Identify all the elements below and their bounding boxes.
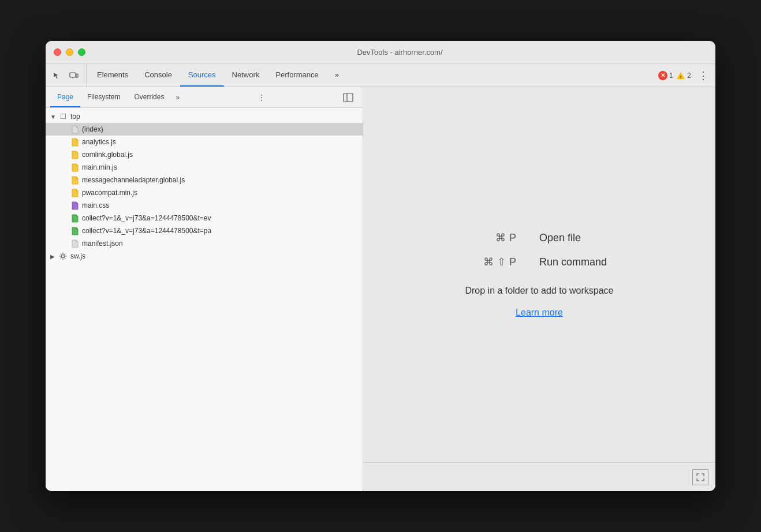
tree-label-mainjs: main.min.js — [82, 163, 117, 171]
shortcut-label-open: Open file — [539, 232, 632, 244]
file-icon-gray2 — [70, 239, 79, 248]
tab-console[interactable]: Console — [136, 64, 180, 87]
file-icon-yellow4 — [70, 175, 79, 185]
file-icon-green2 — [70, 226, 79, 235]
folder-icon: ☐ — [58, 112, 68, 121]
right-panel: ⌘ P Open file ⌘ ⇧ P Run command Drop in … — [363, 87, 715, 491]
expand-icon[interactable] — [692, 469, 708, 485]
tab-more[interactable]: » — [327, 64, 347, 87]
file-icon-green — [70, 213, 79, 223]
tree-item-mainjs[interactable]: main.min.js — [46, 161, 363, 174]
svg-rect-1 — [76, 74, 78, 77]
main-tab-bar: Elements Console Sources Network Perform… — [46, 64, 715, 87]
tab-elements[interactable]: Elements — [89, 64, 136, 87]
file-icon-yellow5 — [70, 188, 79, 197]
tree-label-pwacompat: pwacompat.min.js — [82, 189, 137, 197]
device-icon[interactable] — [66, 68, 81, 83]
right-panel-bottom — [363, 462, 715, 491]
file-icon-purple — [70, 201, 79, 210]
warn-icon: ! — [676, 72, 685, 80]
tree-item-comlink[interactable]: comlink.global.js — [46, 148, 363, 161]
svg-point-7 — [62, 255, 65, 258]
warn-badge: ! 2 — [676, 72, 691, 80]
file-icon-gray — [70, 125, 79, 134]
tree-label-maincss: main.css — [82, 201, 109, 209]
tab-performance[interactable]: Performance — [267, 64, 326, 87]
sub-tab-overrides[interactable]: Overrides — [127, 87, 171, 107]
chevron-down-icon: ▼ — [50, 114, 58, 120]
sub-tab-more[interactable]: » — [171, 87, 184, 107]
window-title: DevTools - airhorner.com/ — [92, 48, 707, 57]
cmd-symbol2: ⌘ — [483, 256, 494, 268]
main-content: Page Filesystem Overrides » ⋮ — [46, 87, 715, 491]
tree-item-pwacompat[interactable]: pwacompat.min.js — [46, 186, 363, 199]
tree-item-swjs[interactable]: ▶ sw.js — [46, 250, 363, 263]
tree-label-manifest: manifest.json — [82, 239, 123, 248]
minimize-button[interactable] — [66, 48, 73, 56]
tree-label-swjs: sw.js — [70, 252, 85, 260]
tree-label-analytics: analytics.js — [82, 138, 116, 146]
tree-item-index[interactable]: (index) — [46, 123, 363, 136]
p-key2: P — [509, 256, 516, 268]
tree-item-top[interactable]: ▼ ☐ top — [46, 110, 363, 123]
tree-item-maincss[interactable]: main.css — [46, 199, 363, 212]
kebab-menu-icon[interactable]: ⋮ — [695, 68, 712, 83]
left-panel: Page Filesystem Overrides » ⋮ — [46, 87, 363, 491]
error-badge: ✕ 1 — [658, 71, 673, 80]
close-button[interactable] — [54, 48, 61, 56]
svg-rect-0 — [70, 73, 76, 77]
learn-more-link[interactable]: Learn more — [516, 308, 563, 318]
sub-tab-actions: ⋮ — [255, 87, 268, 107]
tree-label-index: (index) — [82, 125, 103, 133]
tree-item-mca[interactable]: messagechanneladapter.global.js — [46, 174, 363, 186]
tab-bar-right: ✕ 1 ! 2 ⋮ — [658, 64, 712, 87]
file-icon-yellow3 — [70, 163, 79, 172]
file-icon-yellow2 — [70, 150, 79, 159]
svg-rect-5 — [344, 93, 353, 102]
tab-network[interactable]: Network — [224, 64, 268, 87]
shift-symbol: ⇧ — [497, 256, 506, 268]
error-icon: ✕ — [658, 71, 667, 80]
tree-label-comlink: comlink.global.js — [82, 151, 133, 159]
tree-label-mca: messagechanneladapter.global.js — [82, 176, 185, 184]
right-panel-content: ⌘ P Open file ⌘ ⇧ P Run command Drop in … — [363, 87, 715, 462]
tab-bar-icons — [49, 64, 87, 87]
tree-item-analytics[interactable]: analytics.js — [46, 136, 363, 148]
title-bar: DevTools - airhorner.com/ — [46, 41, 715, 64]
tree-label-top: top — [70, 113, 80, 121]
sub-tab-page[interactable]: Page — [50, 87, 80, 107]
tree-item-collect-pa[interactable]: collect?v=1&_v=j73&a=1244478500&t=pa — [46, 224, 363, 237]
sub-tab-filesystem[interactable]: Filesystem — [80, 87, 127, 107]
svg-text:!: ! — [680, 74, 682, 79]
tree-item-manifest[interactable]: manifest.json — [46, 237, 363, 250]
traffic-lights — [54, 48, 85, 56]
p-key: P — [509, 232, 516, 244]
tree-label-collect-pa: collect?v=1&_v=j73&a=1244478500&t=pa — [82, 227, 211, 235]
dots-menu-icon[interactable]: ⋮ — [255, 91, 268, 104]
shortcut-run-command: ⌘ ⇧ P Run command — [447, 256, 632, 268]
chevron-right-icon: ▶ — [50, 253, 58, 260]
sub-tab-bar: Page Filesystem Overrides » ⋮ — [46, 87, 363, 108]
tab-sources[interactable]: Sources — [180, 64, 224, 87]
shortcut-keys-open: ⌘ P — [447, 231, 516, 244]
cmd-symbol: ⌘ — [495, 231, 506, 244]
file-tree: ▼ ☐ top (index) — [46, 108, 363, 491]
cursor-icon[interactable] — [49, 68, 64, 83]
file-icon-yellow — [70, 137, 79, 147]
devtools-window: DevTools - airhorner.com/ Elements Conso… — [46, 41, 715, 491]
shortcut-open-file: ⌘ P Open file — [447, 231, 632, 244]
tree-item-collect-ev[interactable]: collect?v=1&_v=j73&a=1244478500&t=ev — [46, 212, 363, 224]
shortcut-label-run: Run command — [539, 256, 632, 268]
gear-icon — [58, 252, 68, 261]
drop-workspace-text: Drop in a folder to add to workspace — [465, 286, 613, 296]
panel-toggle[interactable] — [338, 87, 358, 107]
tree-label-collect-ev: collect?v=1&_v=j73&a=1244478500&t=ev — [82, 214, 211, 222]
maximize-button[interactable] — [78, 48, 85, 56]
shortcut-keys-run: ⌘ ⇧ P — [447, 256, 516, 268]
